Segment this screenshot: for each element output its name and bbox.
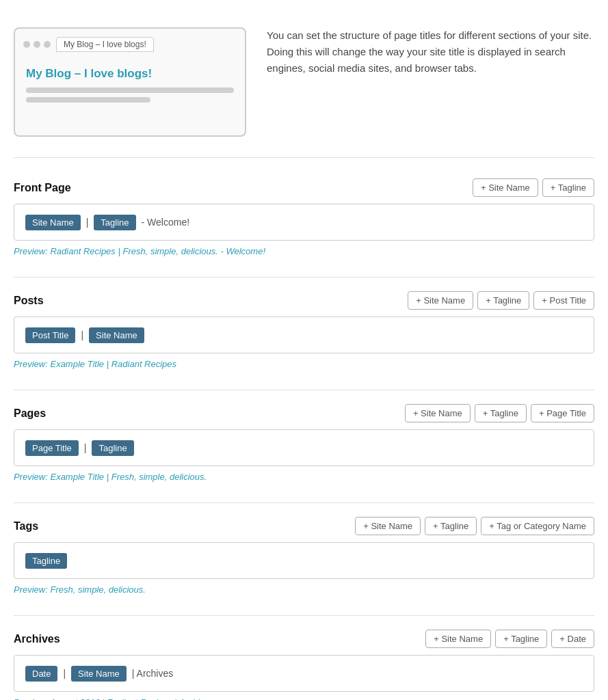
section-header-front-page: Front Page+ Site Name+ Tagline bbox=[14, 178, 594, 197]
description-text: You can set the structure of page titles… bbox=[267, 27, 594, 137]
token-archives-0[interactable]: Date bbox=[25, 666, 57, 682]
browser-site-title: My Blog – I love blogs! bbox=[26, 67, 234, 81]
token-archives-1[interactable]: Site Name bbox=[71, 666, 127, 682]
section-header-archives: Archives+ Site Name+ Tagline+ Date bbox=[14, 630, 594, 648]
token-front-page-0[interactable]: Site Name bbox=[25, 215, 81, 230]
separator-archives-0: | bbox=[63, 668, 66, 679]
token-posts-0[interactable]: Post Title bbox=[25, 327, 75, 343]
section-buttons-pages: + Site Name+ Tagline+ Page Title bbox=[405, 404, 594, 422]
browser-tab: My Blog – I love blogs! bbox=[56, 37, 154, 52]
browser-line-2 bbox=[26, 97, 150, 103]
add-btn-pages-1[interactable]: + Tagline bbox=[475, 404, 527, 422]
section-buttons-tags: + Site Name+ Tagline+ Tag or Category Na… bbox=[355, 517, 594, 535]
token-posts-1[interactable]: Site Name bbox=[89, 327, 144, 343]
token-area-front-page: Site Name|Tagline- Welcome! bbox=[14, 204, 594, 241]
browser-mockup: My Blog – I love blogs! My Blog – I love… bbox=[14, 27, 246, 137]
token-front-page-1[interactable]: Tagline bbox=[94, 215, 135, 230]
section-archives: Archives+ Site Name+ Tagline+ DateDate|S… bbox=[14, 630, 594, 700]
static-suffix-archives: | Archives bbox=[132, 668, 173, 679]
section-tags: Tags+ Site Name+ Tagline+ Tag or Categor… bbox=[14, 517, 594, 595]
token-pages-1[interactable]: Tagline bbox=[92, 440, 133, 456]
add-btn-tags-2[interactable]: + Tag or Category Name bbox=[481, 517, 594, 535]
browser-line-1 bbox=[26, 88, 234, 93]
section-buttons-archives: + Site Name+ Tagline+ Date bbox=[425, 630, 594, 648]
token-area-archives: Date|Site Name| Archives bbox=[14, 655, 594, 692]
section-title-front-page: Front Page bbox=[14, 182, 71, 194]
section-pages: Pages+ Site Name+ Tagline+ Page TitlePag… bbox=[14, 404, 594, 482]
browser-dot-2 bbox=[34, 41, 40, 48]
preview-tags: Preview: Fresh, simple, delicious. bbox=[14, 584, 594, 595]
browser-content: My Blog – I love blogs! bbox=[23, 62, 237, 112]
add-btn-posts-2[interactable]: + Post Title bbox=[533, 291, 594, 310]
section-buttons-front-page: + Site Name+ Tagline bbox=[473, 178, 594, 197]
section-buttons-posts: + Site Name+ Tagline+ Post Title bbox=[408, 291, 594, 310]
add-btn-pages-0[interactable]: + Site Name bbox=[405, 404, 471, 422]
browser-dot-1 bbox=[23, 41, 30, 48]
section-header-pages: Pages+ Site Name+ Tagline+ Page Title bbox=[14, 404, 594, 422]
token-pages-0[interactable]: Page Title bbox=[25, 440, 79, 456]
section-front-page: Front Page+ Site Name+ TaglineSite Name|… bbox=[14, 178, 594, 256]
browser-dots bbox=[23, 41, 51, 48]
token-area-posts: Post Title|Site Name bbox=[14, 317, 594, 353]
token-tags-0[interactable]: Tagline bbox=[25, 553, 67, 569]
add-btn-archives-0[interactable]: + Site Name bbox=[425, 630, 491, 648]
static-suffix-front-page: - Welcome! bbox=[142, 217, 190, 228]
token-area-pages: Page Title|Tagline bbox=[14, 429, 594, 466]
separator-front-page-0: | bbox=[86, 217, 89, 228]
section-title-archives: Archives bbox=[14, 633, 60, 645]
add-btn-pages-2[interactable]: + Page Title bbox=[531, 404, 594, 422]
add-btn-front-page-0[interactable]: + Site Name bbox=[473, 178, 538, 197]
section-header-posts: Posts+ Site Name+ Tagline+ Post Title bbox=[14, 291, 594, 310]
separator-posts-0: | bbox=[81, 329, 83, 340]
add-btn-archives-2[interactable]: + Date bbox=[551, 630, 594, 648]
divider-3 bbox=[14, 615, 594, 616]
add-btn-posts-0[interactable]: + Site Name bbox=[408, 291, 473, 310]
browser-bar: My Blog – I love blogs! bbox=[23, 37, 237, 52]
preview-front-page: Preview: Radiant Recipes | Fresh, simple… bbox=[14, 246, 594, 256]
top-section: My Blog – I love blogs! My Blog – I love… bbox=[14, 14, 594, 158]
divider-0 bbox=[14, 277, 594, 278]
section-header-tags: Tags+ Site Name+ Tagline+ Tag or Categor… bbox=[14, 517, 594, 535]
preview-archives: Preview: August 2016 | Radiant Recipes |… bbox=[14, 697, 594, 700]
preview-posts: Preview: Example Title | Radiant Recipes bbox=[14, 359, 594, 369]
add-btn-posts-1[interactable]: + Tagline bbox=[477, 291, 529, 310]
add-btn-front-page-1[interactable]: + Tagline bbox=[542, 178, 594, 197]
separator-pages-0: | bbox=[84, 442, 87, 453]
browser-dot-3 bbox=[44, 41, 51, 48]
token-area-tags: Tagline bbox=[14, 542, 594, 579]
add-btn-archives-1[interactable]: + Tagline bbox=[495, 630, 547, 648]
sections-container: Front Page+ Site Name+ TaglineSite Name|… bbox=[14, 178, 594, 700]
add-btn-tags-1[interactable]: + Tagline bbox=[425, 517, 477, 535]
section-title-pages: Pages bbox=[14, 407, 46, 420]
preview-pages: Preview: Example Title | Fresh, simple, … bbox=[14, 472, 594, 482]
divider-2 bbox=[14, 502, 594, 503]
divider-1 bbox=[14, 390, 594, 390]
section-title-tags: Tags bbox=[14, 520, 38, 533]
add-btn-tags-0[interactable]: + Site Name bbox=[355, 517, 421, 535]
section-posts: Posts+ Site Name+ Tagline+ Post TitlePos… bbox=[14, 291, 594, 369]
section-title-posts: Posts bbox=[14, 295, 44, 307]
